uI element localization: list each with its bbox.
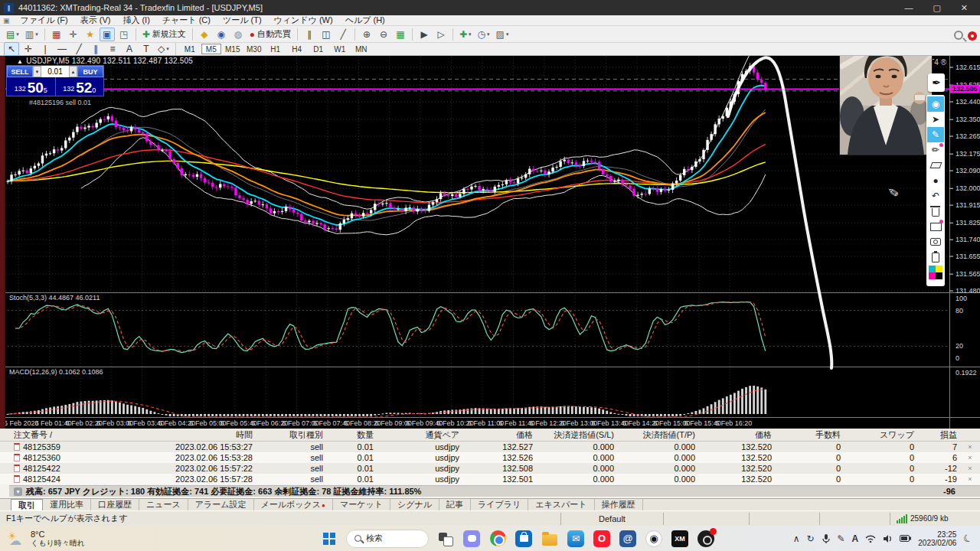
dropdown-arrow-icon[interactable]: ▾ xyxy=(487,31,490,37)
menu-item-ヘルプ (H)[interactable]: ヘルプ (H) xyxy=(339,15,391,26)
maximize-button[interactable]: ▢ xyxy=(933,3,940,13)
taskbar-icon-start[interactable] xyxy=(320,530,338,548)
community-button[interactable]: ◉ xyxy=(214,28,229,41)
tab-ニュース[interactable]: ニュース xyxy=(139,499,188,510)
palette-tool-icon[interactable] xyxy=(927,265,944,280)
column-header-8[interactable]: 価格 xyxy=(700,429,776,441)
column-header-3[interactable]: 数量 xyxy=(328,429,378,441)
dropdown-arrow-icon[interactable]: ▾ xyxy=(469,31,472,37)
size-dot-icon[interactable]: ● xyxy=(927,173,944,188)
terminal-button[interactable]: ▣ xyxy=(100,28,115,41)
timeframe-M5[interactable]: M5 xyxy=(201,44,221,54)
lot-decrease-button[interactable]: ▼ xyxy=(33,66,41,77)
timeframe-M1[interactable]: M1 xyxy=(180,44,200,54)
zoom-out-button[interactable]: ⊖ xyxy=(376,28,391,41)
lot-increase-button[interactable]: ▲ xyxy=(69,66,77,77)
dropdown-arrow-icon[interactable]: ▾ xyxy=(35,31,38,37)
timeframe-M30[interactable]: M30 xyxy=(244,44,264,54)
timeframe-H1[interactable]: H1 xyxy=(266,44,286,54)
status-profile[interactable]: Default xyxy=(560,513,663,525)
column-header-0[interactable]: 注文番号 / xyxy=(9,429,89,441)
tab-アラーム設定[interactable]: アラーム設定 xyxy=(188,499,254,510)
buy-price[interactable]: 132520 xyxy=(56,77,104,96)
tray-battery-icon[interactable] xyxy=(900,535,911,542)
tray-mic-icon[interactable] xyxy=(822,533,831,544)
cursor-tool-button[interactable]: ↖ xyxy=(4,42,19,56)
column-header-10[interactable]: スワップ xyxy=(845,429,919,441)
bars-chart-button[interactable]: ∥ xyxy=(302,28,317,41)
crosshair-tool-button[interactable]: ✛ xyxy=(21,42,36,56)
taskbar-weather-widget[interactable]: ☀☁ 8°C くもり時々晴れ xyxy=(0,530,153,548)
tab-運用比率[interactable]: 運用比率 xyxy=(43,499,91,510)
marker-tool-icon[interactable]: ✎ xyxy=(927,127,944,142)
alerts-button[interactable]: ◍ xyxy=(230,28,246,41)
tab-取引[interactable]: 取引 xyxy=(11,499,43,510)
tray-sync-icon[interactable]: ↻ xyxy=(806,533,814,544)
shapes-tool-button[interactable]: ◇▾ xyxy=(155,42,172,56)
auto-scroll-button[interactable]: ▶ xyxy=(416,28,432,41)
horizontal-line-tool-button[interactable]: — xyxy=(54,42,70,56)
taskbar-icon-mention[interactable]: @ xyxy=(619,530,637,548)
timeframe-H4[interactable]: H4 xyxy=(287,44,307,54)
pencil-tool-icon[interactable]: ✏ xyxy=(927,142,944,158)
tab-記事[interactable]: 記事 xyxy=(439,499,471,510)
tray-pen-icon[interactable]: ✎ xyxy=(838,533,845,544)
dropdown-arrow-icon[interactable]: ▾ xyxy=(166,46,169,52)
menu-item-ファイル (F)[interactable]: ファイル (F) xyxy=(15,15,74,26)
cursor-tool-icon[interactable]: ➤ xyxy=(927,112,944,127)
timeframe-MN[interactable]: MN xyxy=(351,44,371,54)
timeframe-M15[interactable]: M15 xyxy=(223,44,243,54)
vertical-line-tool-button[interactable]: | xyxy=(38,42,53,56)
profiles-button[interactable]: ▥▾ xyxy=(23,28,41,41)
market-watch-button[interactable]: ▦ xyxy=(49,28,64,41)
menu-item-表示 (V)[interactable]: 表示 (V) xyxy=(74,15,117,26)
minimize-button[interactable]: — xyxy=(904,3,913,13)
tab-シグナル[interactable]: シグナル xyxy=(390,499,439,510)
magnifier-icon[interactable] xyxy=(954,31,963,40)
column-header-6[interactable]: 決済逆指値(S/L) xyxy=(537,429,619,441)
strategy-tester-button[interactable]: ◳ xyxy=(116,28,132,41)
candles-chart-button[interactable]: ◫ xyxy=(318,28,334,41)
new-order-button[interactable]: ✚新規注文 xyxy=(140,28,188,41)
lot-size-field[interactable]: 0.01 xyxy=(41,66,69,77)
tray-volume-icon[interactable] xyxy=(883,534,893,543)
taskbar-icon-recorder[interactable] xyxy=(697,530,715,548)
tab-口座履歴[interactable]: 口座履歴 xyxy=(91,499,139,510)
column-header-1[interactable]: 時間 xyxy=(89,429,257,441)
column-header-5[interactable]: 価格 xyxy=(464,429,537,441)
column-header-11[interactable]: 損益 xyxy=(919,429,962,441)
new-chart-button[interactable]: ▤▾ xyxy=(4,28,21,41)
taskbar-clock[interactable]: 23:25 2023/02/06 xyxy=(918,530,956,547)
menu-item-ツール (T)[interactable]: ツール (T) xyxy=(217,15,268,26)
undo-tool-icon[interactable]: ↶ xyxy=(927,188,944,204)
templates-button[interactable]: ▨▾ xyxy=(494,28,511,41)
dropdown-arrow-icon[interactable]: ▾ xyxy=(16,31,19,37)
tab-メールボックス[interactable]: メールボックス● xyxy=(254,499,333,510)
order-row[interactable]: 481254222023.02.06 15:57:22sell0.01usdjp… xyxy=(0,463,980,474)
eraser-tool-icon[interactable] xyxy=(927,158,944,173)
clipboard-tool-icon[interactable] xyxy=(927,249,944,265)
tab-操作履歴[interactable]: 操作履歴 xyxy=(595,499,643,510)
tray-ime-icon[interactable]: A xyxy=(852,533,859,544)
menu-item-挿入 (I)[interactable]: 挿入 (I) xyxy=(116,15,155,26)
close-position-icon[interactable]: × xyxy=(962,442,978,452)
tab-マーケット[interactable]: マーケット xyxy=(333,499,390,510)
taskbar-icon-chat[interactable] xyxy=(462,530,481,548)
night-mode-icon[interactable]: ☾ xyxy=(962,531,974,545)
column-header-9[interactable]: 手数料 xyxy=(776,429,845,441)
camera-tool-icon[interactable] xyxy=(927,234,944,249)
order-row[interactable]: 481254242023.02.06 15:57:28sell0.01usdjp… xyxy=(0,474,980,484)
timeframe-D1[interactable]: D1 xyxy=(309,44,328,54)
navigator-button[interactable]: ★ xyxy=(83,28,98,41)
taskbar-icon-opera[interactable]: O xyxy=(593,530,611,548)
taskbar-icon-task-view[interactable] xyxy=(436,530,455,548)
buy-button[interactable]: BUY xyxy=(77,66,103,77)
line-chart-button[interactable]: ╱ xyxy=(335,28,351,41)
channel-tool-button[interactable]: ∥ xyxy=(88,42,103,56)
close-position-icon[interactable]: × xyxy=(962,452,978,463)
text-label-tool-button[interactable]: T xyxy=(139,42,154,56)
taskbar-icon-mail[interactable]: ✉ xyxy=(567,530,585,548)
order-row[interactable]: 481253592023.02.06 15:53:27sell0.01usdjp… xyxy=(0,442,980,452)
eye-tool-icon[interactable]: ◉ xyxy=(927,96,944,112)
indicators-button[interactable]: ✚▾ xyxy=(457,28,474,41)
